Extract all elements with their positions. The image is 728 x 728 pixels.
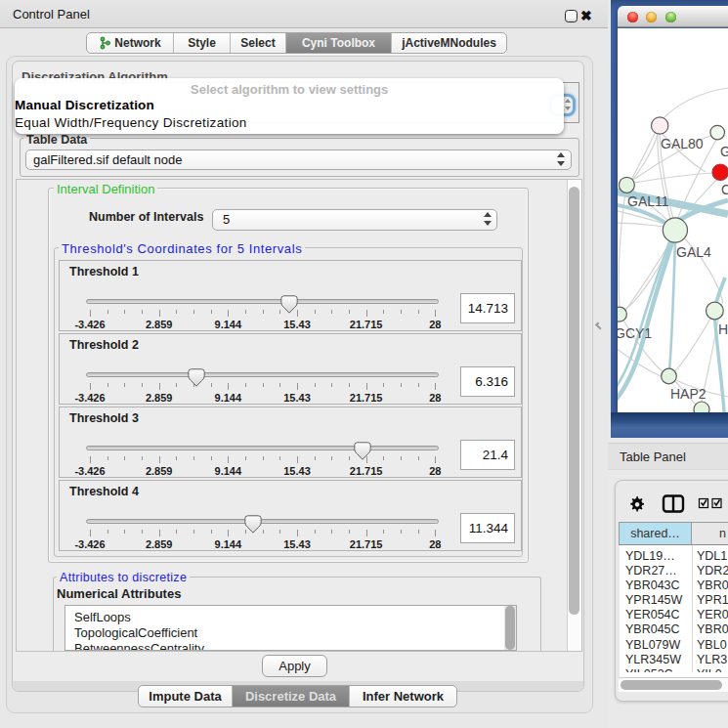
svg-text:GA: GA [720, 144, 728, 159]
svg-text:HAP2: HAP2 [670, 386, 707, 402]
svg-text:GAL11: GAL11 [627, 193, 669, 209]
svg-text:H: H [718, 321, 728, 337]
svg-text:C: C [721, 182, 728, 197]
svg-text:GAL4: GAL4 [676, 244, 711, 260]
svg-text:GCY1: GCY1 [618, 325, 652, 341]
svg-text:GAL80: GAL80 [661, 136, 704, 151]
